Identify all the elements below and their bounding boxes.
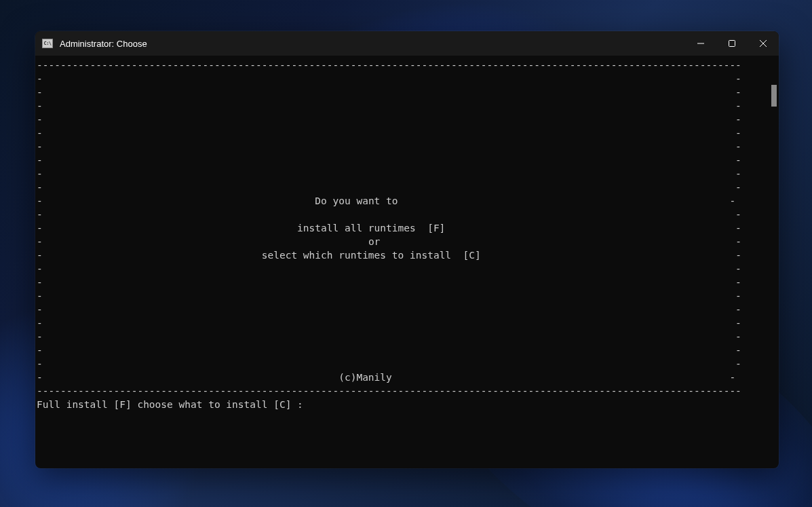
maximize-button[interactable] bbox=[716, 31, 748, 56]
titlebar[interactable]: C:\ Administrator: Choose bbox=[35, 31, 779, 56]
prompt-line: - Do you want to - bbox=[37, 194, 779, 208]
box-row: - - bbox=[37, 330, 779, 343]
box-row: - - bbox=[37, 99, 779, 113]
terminal-output[interactable]: ----------------------------------------… bbox=[35, 56, 779, 468]
box-border-bottom: ----------------------------------------… bbox=[37, 384, 779, 398]
copyright-line: - (c)Manily - bbox=[37, 371, 779, 384]
box-row: - - bbox=[37, 343, 779, 357]
or-line: - or - bbox=[37, 235, 779, 248]
box-row: - - bbox=[37, 126, 779, 140]
input-prompt-line[interactable]: Full install [F] choose what to install … bbox=[37, 398, 779, 411]
box-row: - - bbox=[37, 181, 779, 194]
cmd-icon: C:\ bbox=[42, 39, 53, 48]
close-button[interactable] bbox=[748, 31, 779, 56]
box-row: - - bbox=[37, 303, 779, 316]
scrollbar-thumb[interactable] bbox=[771, 85, 777, 107]
box-row: - - bbox=[37, 276, 779, 289]
box-row: - - bbox=[37, 113, 779, 126]
box-row: - - bbox=[37, 208, 779, 221]
box-row: - - bbox=[37, 167, 779, 181]
box-border-top: ----------------------------------------… bbox=[37, 58, 779, 72]
box-row: - - bbox=[37, 72, 779, 86]
option-choose-line: - select which runtimes to install [C] - bbox=[37, 248, 779, 262]
box-row: - - bbox=[37, 262, 779, 276]
box-row: - - bbox=[37, 140, 779, 153]
svg-rect-0 bbox=[729, 41, 735, 47]
box-row: - - bbox=[37, 289, 779, 303]
window-title: Administrator: Choose bbox=[60, 39, 147, 49]
box-row: - - bbox=[37, 153, 779, 167]
minimize-button[interactable] bbox=[685, 31, 716, 56]
option-full-line: - install all runtimes [F] - bbox=[37, 221, 779, 235]
box-row: - - bbox=[37, 316, 779, 330]
box-row: - - bbox=[37, 86, 779, 99]
box-row: - - bbox=[37, 357, 779, 371]
scrollbar[interactable] bbox=[771, 58, 777, 134]
terminal-window: C:\ Administrator: Choose --------------… bbox=[35, 31, 779, 468]
